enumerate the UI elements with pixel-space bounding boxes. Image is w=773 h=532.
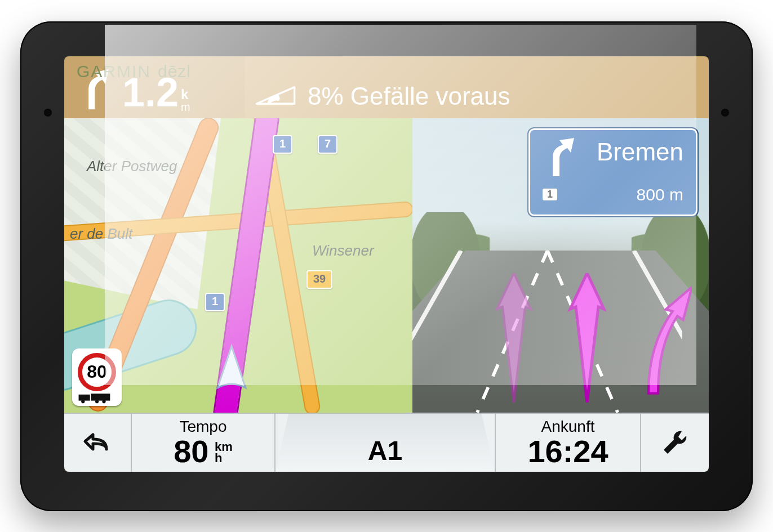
- map-label-street2: er de Bult: [70, 225, 132, 243]
- brand-label: GARMIN dēzl: [77, 62, 191, 81]
- map-label-street1: Alter Postweg: [87, 158, 177, 175]
- main-area: Alter Postweg er de Bult Winsener 1 7 39…: [64, 118, 709, 413]
- road-shield-39: 39: [306, 270, 332, 289]
- screen: GARMIN dēzl 1.2 k m: [64, 56, 709, 472]
- road-shield-1b: 1: [205, 293, 225, 311]
- speed-units: kmh: [215, 441, 233, 464]
- junction-shield: 1: [543, 189, 557, 200]
- speed-limit-value: 80: [87, 361, 107, 382]
- brand-name: GARMIN: [77, 62, 151, 81]
- svg-point-5: [81, 400, 85, 403]
- eta-panel[interactable]: Ankunft 16:24: [495, 414, 641, 472]
- steep-grade-icon: [255, 81, 296, 107]
- svg-rect-3: [79, 394, 90, 400]
- vehicle-marker: [206, 343, 257, 394]
- junction-sign: Bremen 1 800 m: [528, 128, 698, 216]
- sign-bear-right-icon: [543, 138, 576, 177]
- brand-model: dēzl: [158, 62, 191, 81]
- svg-point-7: [102, 400, 105, 403]
- map-label-town: Winsener: [312, 242, 374, 260]
- eta-value: 16:24: [527, 436, 608, 467]
- speed-panel[interactable]: Tempo 80 kmh: [132, 414, 276, 472]
- junction-destination: Bremen: [597, 138, 683, 166]
- svg-point-2: [276, 97, 280, 101]
- map-pane[interactable]: Alter Postweg er de Bult Winsener 1 7 39…: [64, 118, 412, 413]
- svg-point-1: [268, 100, 272, 104]
- road-shield-7: 7: [318, 135, 337, 154]
- road-alert-panel[interactable]: 8% Gefälle voraus: [245, 56, 709, 118]
- back-button[interactable]: [64, 414, 132, 472]
- svg-point-6: [95, 400, 99, 403]
- lane-arrow-1: [480, 273, 548, 403]
- back-arrow-icon: [82, 427, 113, 458]
- tools-button[interactable]: [641, 414, 709, 472]
- truck-icon: [78, 392, 113, 404]
- device-frame: GARMIN dēzl 1.2 k m: [20, 21, 753, 511]
- road-alert-text: 8% Gefälle voraus: [308, 82, 510, 110]
- wrench-icon: [659, 427, 691, 458]
- road-shield-1: 1: [273, 135, 292, 154]
- speed-value: 80: [174, 433, 208, 469]
- maneuver-distance-unit: k m: [181, 88, 190, 113]
- junction-view-pane[interactable]: Bremen 1 800 m: [412, 118, 709, 413]
- bottom-bar: Tempo 80 kmh A1 Ankunft 16:24: [64, 413, 709, 472]
- junction-distance: 800 m: [637, 185, 683, 204]
- lane-arrow-2: [553, 273, 621, 403]
- lane-arrow-3: [624, 273, 692, 403]
- current-road-name: A1: [368, 435, 402, 466]
- current-road-panel[interactable]: A1: [276, 414, 495, 472]
- speed-limit-badge[interactable]: 80: [72, 348, 122, 406]
- svg-rect-4: [91, 394, 110, 400]
